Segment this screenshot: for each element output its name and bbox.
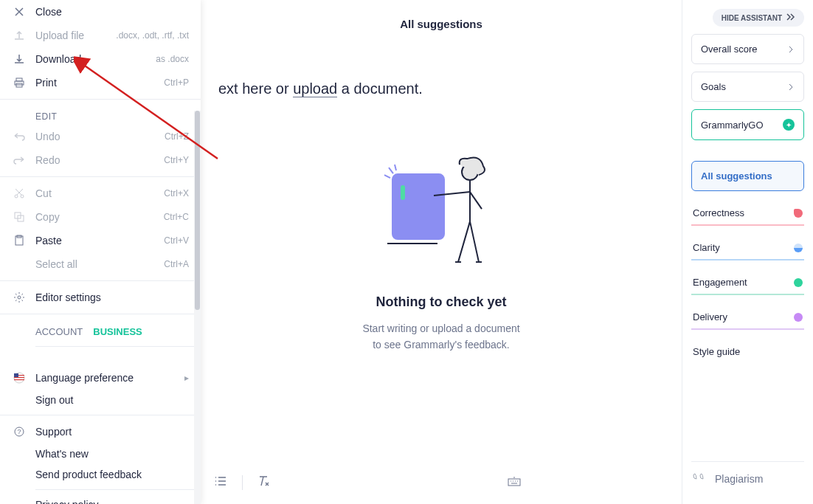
upload-link[interactable]: upload	[293, 80, 337, 97]
menu-undo[interactable]: Undo Ctrl+Z	[0, 125, 201, 148]
svg-rect-19	[401, 185, 405, 200]
menu-redo[interactable]: Redo Ctrl+Y	[0, 148, 201, 172]
svg-text:?: ?	[17, 428, 21, 435]
menu-label: Cut	[35, 187, 164, 199]
menu-hint: Ctrl+V	[164, 235, 189, 246]
list-icon[interactable]	[214, 475, 227, 490]
menu-download[interactable]: Download as .docx	[0, 47, 201, 71]
clipboard-icon	[12, 233, 27, 248]
menu-select-all[interactable]: Select all Ctrl+A	[0, 252, 201, 276]
empty-subtitle-line2: to see Grammarly's feedback.	[294, 336, 589, 353]
label: All suggestions	[701, 170, 772, 182]
all-suggestions-button[interactable]: All suggestions	[691, 161, 804, 191]
business-label: BUSINESS	[93, 326, 142, 337]
menu-privacy[interactable]: Privacy policy	[0, 494, 201, 504]
menu-label: Language preference	[35, 372, 184, 384]
copy-icon	[12, 210, 27, 224]
menu-label: Redo	[35, 154, 164, 166]
label: Engagement	[693, 277, 747, 288]
menu-label: Upload file	[35, 30, 116, 41]
hide-assistant-button[interactable]: HIDE ASSISTANT	[713, 9, 804, 27]
goals-button[interactable]: Goals	[691, 72, 804, 102]
upload-icon	[12, 28, 27, 43]
menu-label: Print	[35, 77, 164, 89]
separator	[242, 475, 243, 490]
menu-label: Download	[35, 53, 156, 65]
bottom-toolbar	[201, 469, 682, 497]
category-delivery[interactable]: Delivery	[691, 303, 804, 330]
scrollbar-thumb[interactable]	[195, 111, 200, 310]
chevron-right-icon	[787, 46, 795, 53]
menu-language-preference[interactable]: Language preference ▸	[0, 366, 201, 390]
menu-copy[interactable]: Copy Ctrl+C	[0, 205, 201, 229]
empty-title: Nothing to check yet	[294, 294, 589, 310]
menu-send-feedback[interactable]: Send product feedback	[0, 464, 201, 485]
dot-icon	[794, 244, 803, 252]
menu-upload-file[interactable]: Upload file .docx, .odt, .rtf, .txt	[0, 24, 201, 47]
divider	[0, 99, 201, 100]
category-style-guide[interactable]: Style guide	[691, 337, 804, 363]
label: Goals	[701, 81, 726, 92]
menu-label: Paste	[35, 235, 164, 246]
dot-icon	[794, 313, 803, 322]
keyboard-icon[interactable]	[508, 476, 521, 489]
divider	[0, 415, 201, 415]
editor-text-fragment: ext here or	[218, 80, 293, 97]
gear-icon	[12, 290, 27, 305]
chevron-right-icon: ▸	[184, 373, 189, 383]
section-header-edit: EDIT	[0, 104, 201, 125]
account-row: ACCOUNT BUSINESS	[0, 319, 201, 342]
category-engagement[interactable]: Engagement	[691, 268, 804, 295]
divider	[0, 314, 201, 314]
label: Clarity	[693, 242, 720, 253]
menu-hint: Ctrl+A	[164, 259, 189, 269]
menu-label: Close	[35, 6, 189, 18]
svg-rect-13	[14, 379, 24, 380]
label: Style guide	[693, 346, 740, 357]
menu-hint: Ctrl+Y	[164, 155, 189, 165]
menu-label: Sign out	[35, 394, 189, 406]
empty-subtitle-line1: Start writing or upload a document	[294, 320, 589, 336]
menu-whats-new[interactable]: What's new	[0, 443, 201, 464]
empty-illustration	[378, 151, 504, 277]
redo-icon	[12, 153, 27, 168]
label: Correctness	[693, 207, 744, 218]
menu-label: Undo	[35, 131, 165, 142]
menu-editor-settings[interactable]: Editor settings	[0, 286, 201, 309]
menu-hint: Ctrl+Z	[165, 131, 189, 142]
menu-label: Privacy policy	[35, 499, 189, 504]
overall-score-button[interactable]: Overall score	[691, 34, 804, 64]
dot-icon	[794, 209, 803, 218]
grammarly-go-button[interactable]: GrammarlyGO ✦	[691, 109, 804, 140]
menu-print[interactable]: Print Ctrl+P	[0, 71, 201, 94]
menu-sign-out[interactable]: Sign out	[0, 390, 201, 410]
menu-label: Select all	[35, 258, 164, 270]
menu-hint: as .docx	[156, 54, 189, 64]
divider	[35, 346, 201, 347]
menu-close[interactable]: Close	[0, 0, 201, 24]
menu-paste[interactable]: Paste Ctrl+V	[0, 229, 201, 252]
download-icon	[12, 52, 27, 66]
category-correctness[interactable]: Correctness	[691, 199, 804, 226]
editor-placeholder[interactable]: ext here or upload a document.	[218, 80, 664, 97]
menu-cut[interactable]: Cut Ctrl+X	[0, 182, 201, 205]
divider	[0, 176, 201, 177]
plagiarism-button[interactable]: Plagiarism	[691, 461, 804, 495]
flag-icon	[12, 370, 27, 385]
category-clarity[interactable]: Clarity	[691, 233, 804, 260]
svg-rect-21	[508, 479, 520, 486]
menu-support[interactable]: ? Support	[0, 420, 201, 443]
menu-label: Editor settings	[35, 291, 189, 303]
empty-state: Nothing to check yet Start writing or up…	[294, 151, 589, 353]
print-icon	[12, 75, 27, 90]
assistant-panel: HIDE ASSISTANT Overall score Goals Gramm…	[682, 0, 813, 504]
hide-assistant-label: HIDE ASSISTANT	[722, 14, 782, 22]
menu-label: Support	[35, 426, 189, 438]
label: Delivery	[693, 311, 727, 322]
sparkle-icon: ✦	[783, 119, 795, 131]
clear-format-icon[interactable]	[257, 474, 271, 491]
menu-label: What's new	[35, 448, 189, 460]
scrollbar[interactable]	[194, 111, 201, 504]
help-icon: ?	[12, 424, 27, 439]
svg-rect-18	[392, 173, 445, 240]
